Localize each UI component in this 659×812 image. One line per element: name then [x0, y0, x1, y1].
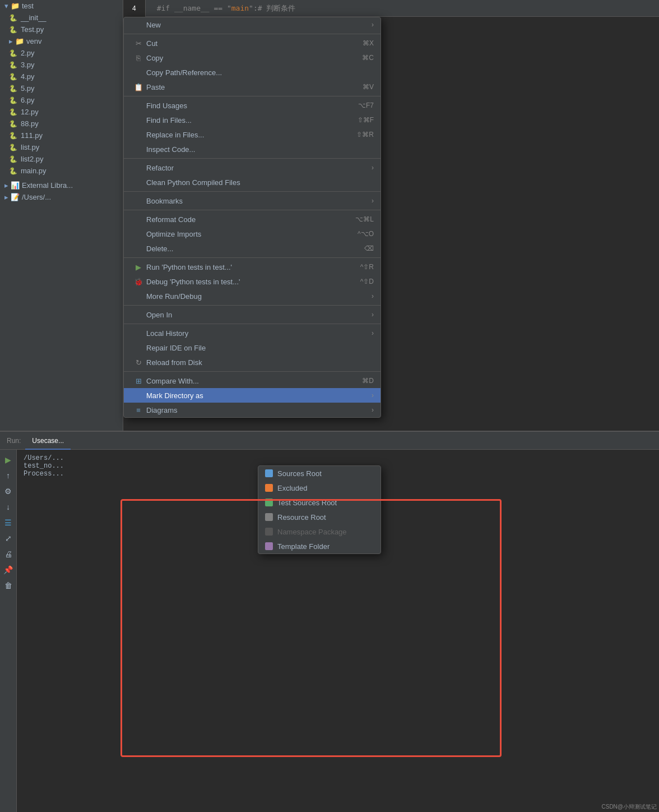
shortcut-label: ⌫ [364, 244, 374, 252]
file-tree-item[interactable]: 🐍 88.py [0, 118, 123, 130]
file-tree-item[interactable]: 🐍 111.py [0, 130, 123, 141]
menu-item-label: Delete... [146, 244, 173, 253]
submenu-item-sources-root[interactable]: Sources Root [258, 466, 380, 481]
menu-item-bookmarks[interactable]: Bookmarks › [124, 193, 380, 208]
submenu-arrow-icon: › [372, 292, 374, 300]
menu-item-more-run[interactable]: More Run/Debug › [124, 289, 380, 303]
file-tree-item[interactable]: 🐍 Test.py [0, 24, 123, 35]
expand-button[interactable]: ⤢ [3, 533, 14, 544]
file-label: 4.py [21, 72, 35, 81]
menu-item-find-files[interactable]: Find in Files... ⇧⌘F [124, 113, 380, 127]
tab-label: 4 [132, 4, 136, 12]
menu-separator [124, 34, 380, 34]
menu-item-clean[interactable]: Clean Python Compiled Files [124, 175, 380, 190]
menu-item-optimize-imports[interactable]: Optimize Imports ^⌥O [124, 227, 380, 241]
menu-item-copy-path[interactable]: Copy Path/Reference... [124, 65, 380, 80]
external-libraries-item[interactable]: ▸ 📊 External Libra... [0, 177, 123, 191]
submenu-item-label: Sources Root [277, 469, 322, 478]
file-tree-item[interactable]: 🐍 3.py [0, 59, 123, 71]
file-tree-item[interactable]: 🐍 4.py [0, 71, 123, 82]
menu-item-cut[interactable]: ✂ Cut ⌘X [124, 36, 380, 50]
submenu-item-excluded[interactable]: Excluded [258, 481, 380, 495]
menu-separator [124, 210, 380, 210]
settings-button[interactable]: ⚙ [3, 486, 14, 497]
run-button[interactable]: ▶ [3, 454, 14, 465]
paste-icon: 📋 [133, 83, 144, 91]
menu-item-label: Paste [146, 83, 165, 91]
menu-item-copy[interactable]: ⎘ Copy ⌘C [124, 50, 380, 65]
menu-separator [124, 324, 380, 324]
menu-item-open-in[interactable]: Open In › [124, 307, 380, 322]
shortcut-label: ^⇧D [360, 278, 374, 285]
menu-item-label: Diagrams [146, 406, 178, 414]
file-tree-root[interactable]: ▾ 📁 test [0, 0, 123, 12]
file-tree-item[interactable]: 🐍 list2.py [0, 153, 123, 165]
file-label: 3.py [21, 61, 35, 69]
menu-item-find-usages[interactable]: Find Usages ⌥F7 [124, 98, 380, 113]
menu-item-refactor[interactable]: Refactor › [124, 160, 380, 175]
menu-item-paste[interactable]: 📋 Paste ⌘V [124, 80, 380, 94]
scroll-down-button[interactable]: ↓ [3, 501, 14, 513]
submenu-item-namespace-package[interactable]: Namespace Package [258, 524, 380, 539]
menu-item-repair-ide[interactable]: Repair IDE on File [124, 340, 380, 355]
py-icon: 🐍 [9, 14, 17, 22]
delete-run-button[interactable]: 🗑 [3, 580, 14, 591]
menu-item-reformat[interactable]: Reformat Code ⌥⌘L [124, 212, 380, 227]
print-button[interactable]: 🖨 [3, 548, 14, 560]
namespace-color-icon [265, 528, 273, 536]
file-tree-item[interactable]: 🐍 main.py [0, 165, 123, 177]
file-tree-item[interactable]: 🐍 list.py [0, 141, 123, 153]
menu-item-new[interactable]: New › [124, 17, 380, 32]
submenu-item-test-sources[interactable]: Test Sources Root [258, 495, 380, 510]
menu-separator [124, 158, 380, 159]
menu-item-inspect[interactable]: Inspect Code... [124, 142, 380, 156]
menu-item-label: Optimize Imports [146, 230, 201, 238]
file-tree-item[interactable]: 🐍 5.py [0, 82, 123, 94]
submenu-item-resource-root[interactable]: Resource Root [258, 510, 380, 524]
venv-label: venv [26, 37, 41, 45]
menu-item-label: Find in Files... [146, 116, 192, 124]
scratches-item[interactable]: ▸ 📝 /Users/... [0, 191, 123, 203]
submenu-arrow-icon: › [372, 164, 374, 172]
context-menu: New › ✂ Cut ⌘X ⎘ Copy ⌘C Copy Path/Refer… [123, 17, 381, 418]
menu-item-reload[interactable]: ↻ Reload from Disk [124, 355, 380, 370]
menu-item-debug[interactable]: 🐞 Debug 'Python tests in test...' ^⇧D [124, 274, 380, 289]
menu-item-label: Debug 'Python tests in test...' [146, 278, 240, 286]
scroll-up-button[interactable]: ↑ [3, 470, 14, 481]
file-tree-panel: ▾ 📁 test 🐍 __init__ 🐍 Test.py ▸ 📁 venv 🐍… [0, 0, 123, 432]
shortcut-label: ⌘V [363, 83, 374, 91]
menu-item-compare[interactable]: ⊞ Compare With... ⌘D [124, 373, 380, 388]
menu-item-mark-directory[interactable]: Mark Directory as › [124, 388, 380, 403]
mark-directory-submenu: Sources Root Excluded Test Sources Root … [258, 465, 381, 554]
menu-item-delete[interactable]: Delete... ⌫ [124, 241, 380, 256]
file-tree-item[interactable]: 🐍 12.py [0, 106, 123, 118]
file-label: 12.py [21, 108, 39, 116]
py-icon: 🐍 [9, 26, 17, 34]
editor-tab[interactable]: 4 [123, 0, 146, 17]
template-folder-color-icon [265, 542, 273, 550]
menu-item-run[interactable]: ▶ Run 'Python tests in test...' ^⇧R [124, 260, 380, 274]
menu-item-local-history[interactable]: Local History › [124, 326, 380, 340]
menu-item-label: Clean Python Compiled Files [146, 178, 240, 187]
menu-item-label: Repair IDE on File [146, 344, 206, 352]
file-tree-item[interactable]: 🐍 __init__ [0, 12, 123, 24]
file-label: 5.py [21, 84, 35, 93]
run-tab[interactable]: Usecase... [25, 432, 71, 450]
sources-root-color-icon [265, 469, 273, 477]
file-label: list.py [21, 143, 39, 151]
menu-item-label: Cut [146, 39, 157, 48]
menu-item-label: Local History [146, 329, 188, 338]
folder-chevron-icon: ▾ [4, 2, 8, 10]
venv-folder[interactable]: ▸ 📁 venv [0, 35, 123, 47]
filter-button[interactable]: ☰ [3, 517, 14, 528]
submenu-item-template-folder[interactable]: Template Folder [258, 539, 380, 553]
file-tree-item[interactable]: 🐍 2.py [0, 47, 123, 59]
pin-button[interactable]: 📌 [3, 564, 14, 575]
file-label: 2.py [21, 49, 35, 57]
menu-item-diagrams[interactable]: ≡ Diagrams › [124, 403, 380, 417]
menu-item-label: Copy Path/Reference... [146, 68, 222, 77]
file-label: list2.py [21, 155, 43, 163]
file-tree-item[interactable]: 🐍 6.py [0, 94, 123, 106]
menu-item-replace[interactable]: Replace in Files... ⇧⌘R [124, 127, 380, 142]
header-code: #if __name__ == "main":# 判断条件 [146, 0, 659, 17]
